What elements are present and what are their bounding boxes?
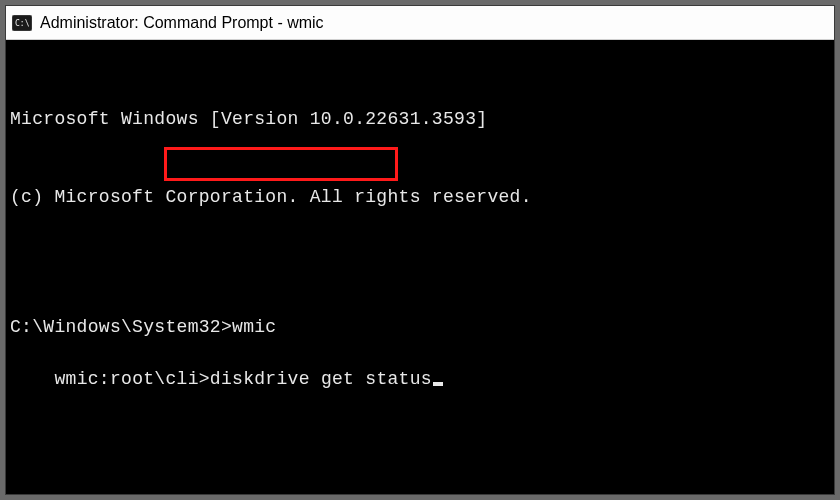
typed-command: diskdrive get status xyxy=(210,369,432,389)
prompt-path: wmic:root\cli> xyxy=(54,369,209,389)
terminal-area[interactable]: Microsoft Windows [Version 10.0.22631.35… xyxy=(6,40,834,422)
window-title: Administrator: Command Prompt - wmic xyxy=(40,14,324,32)
svg-text:C:\: C:\ xyxy=(15,19,30,28)
terminal-output: (c) Microsoft Corporation. All rights re… xyxy=(10,184,830,210)
typed-command: wmic xyxy=(232,317,276,337)
terminal-output: Microsoft Windows [Version 10.0.22631.35… xyxy=(10,106,830,132)
command-prompt-window: C:\ Administrator: Command Prompt - wmic… xyxy=(5,5,835,495)
titlebar[interactable]: C:\ Administrator: Command Prompt - wmic xyxy=(6,6,834,40)
prompt-path: C:\Windows\System32> xyxy=(10,317,232,337)
cursor xyxy=(433,382,443,386)
terminal-prompt-line: wmic:root\cli>diskdrive get status xyxy=(54,366,442,392)
cmd-icon: C:\ xyxy=(12,14,32,32)
terminal-prompt-line: C:\Windows\System32>wmic xyxy=(10,314,830,340)
